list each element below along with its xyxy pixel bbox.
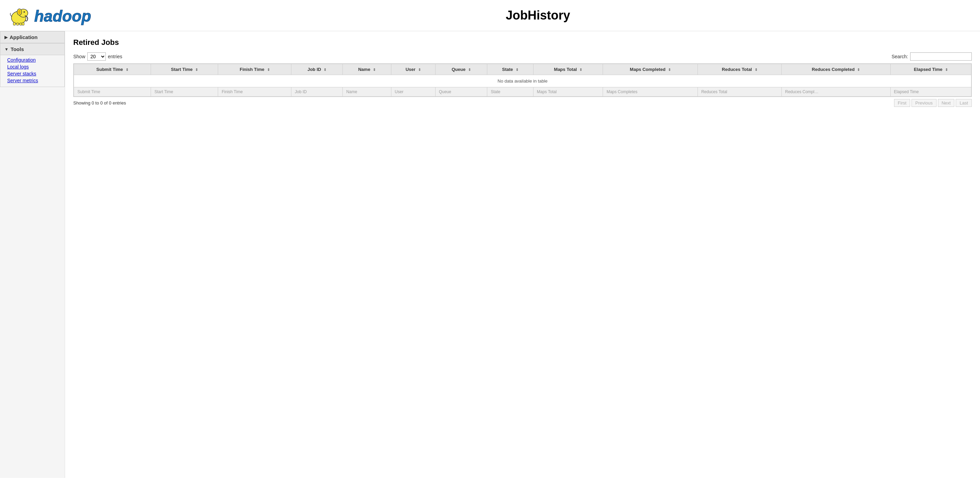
footer-col-reduces-total: Reduces Total bbox=[697, 88, 781, 97]
footer-col-user: User bbox=[391, 88, 435, 97]
search-label: Search: bbox=[892, 54, 908, 59]
application-arrow: ▶ bbox=[5, 35, 8, 40]
hadoop-text-logo: hadoop bbox=[34, 5, 103, 26]
show-label: Show bbox=[73, 54, 85, 59]
footer-col-state: State bbox=[487, 88, 533, 97]
svg-rect-6 bbox=[16, 23, 19, 25]
footer-col-finish-time: Finish Time bbox=[218, 88, 291, 97]
page-title: JobHistory bbox=[103, 8, 973, 22]
sidebar-tools-header[interactable]: ▼ Tools bbox=[0, 43, 65, 55]
col-maps-total[interactable]: Maps Total ⇕ bbox=[533, 64, 603, 75]
col-queue[interactable]: Queue ⇕ bbox=[435, 64, 487, 75]
footer-col-queue: Queue bbox=[435, 88, 487, 97]
pagination-last[interactable]: Last bbox=[956, 99, 972, 107]
footer-col-job-id: Job ID bbox=[291, 88, 343, 97]
col-submit-time[interactable]: Submit Time ⇕ bbox=[74, 64, 151, 75]
page-header: hadoop JobHistory bbox=[0, 0, 980, 31]
sidebar-links: Configuration Local logs Server stacks S… bbox=[0, 55, 65, 87]
pagination-first[interactable]: First bbox=[894, 99, 910, 107]
sidebar-link-local-logs[interactable]: Local logs bbox=[7, 64, 60, 70]
footer-col-elapsed-time: Elapsed Time bbox=[890, 88, 971, 97]
svg-point-2 bbox=[24, 11, 25, 13]
sidebar-link-server-metrics[interactable]: Server metrics bbox=[7, 77, 60, 84]
content-area: Retired Jobs Show 10 20 50 100 entries S… bbox=[65, 31, 980, 478]
footer-col-maps-completed: Maps Completes bbox=[603, 88, 698, 97]
tools-arrow: ▼ bbox=[5, 47, 9, 52]
jobs-table: Submit Time ⇕ Start Time ⇕ Finish Time ⇕… bbox=[74, 64, 971, 97]
logo-area: hadoop bbox=[7, 3, 103, 27]
footer-col-reduces-completed: Reduces Compl… bbox=[781, 88, 890, 97]
entries-label: entries bbox=[108, 54, 122, 59]
footer-col-name: Name bbox=[343, 88, 391, 97]
svg-rect-8 bbox=[22, 22, 24, 25]
section-title: Retired Jobs bbox=[73, 38, 972, 47]
sidebar-link-server-stacks[interactable]: Server stacks bbox=[7, 70, 60, 77]
table-header-row: Submit Time ⇕ Start Time ⇕ Finish Time ⇕… bbox=[74, 64, 971, 75]
data-table-wrapper: Submit Time ⇕ Start Time ⇕ Finish Time ⇕… bbox=[73, 64, 972, 97]
col-finish-time[interactable]: Finish Time ⇕ bbox=[218, 64, 291, 75]
footer-col-submit-time: Submit Time bbox=[74, 88, 151, 97]
col-start-time[interactable]: Start Time ⇕ bbox=[151, 64, 218, 75]
col-maps-completed[interactable]: Maps Completed ⇕ bbox=[603, 64, 698, 75]
col-reduces-completed[interactable]: Reduces Completed ⇕ bbox=[781, 64, 890, 75]
show-entries: Show 10 20 50 100 entries bbox=[73, 53, 122, 61]
col-reduces-total[interactable]: Reduces Total ⇕ bbox=[697, 64, 781, 75]
col-job-id[interactable]: Job ID ⇕ bbox=[291, 64, 343, 75]
main-layout: ▶ Application ▼ Tools Configuration Loca… bbox=[0, 31, 980, 478]
footer-col-start-time: Start Time bbox=[151, 88, 218, 97]
no-data-row: No data available in table bbox=[74, 75, 971, 88]
col-name[interactable]: Name ⇕ bbox=[343, 64, 391, 75]
table-footer-columns-row: Submit Time Start Time Finish Time Job I… bbox=[74, 88, 971, 97]
svg-point-4 bbox=[18, 10, 21, 14]
svg-rect-5 bbox=[13, 22, 16, 25]
page-title-area: JobHistory bbox=[103, 8, 973, 22]
footer-col-maps-total: Maps Total bbox=[533, 88, 603, 97]
col-state[interactable]: State ⇕ bbox=[487, 64, 533, 75]
table-controls-top: Show 10 20 50 100 entries Search: bbox=[73, 53, 972, 61]
svg-text:hadoop: hadoop bbox=[34, 7, 91, 25]
pagination-previous[interactable]: Previous bbox=[912, 99, 937, 107]
svg-rect-7 bbox=[19, 23, 22, 25]
search-input[interactable] bbox=[910, 53, 972, 61]
application-label: Application bbox=[10, 34, 38, 40]
showing-info: Showing 0 to 0 of 0 entries bbox=[73, 100, 126, 105]
search-area: Search: bbox=[892, 53, 972, 61]
col-user[interactable]: User ⇕ bbox=[391, 64, 435, 75]
entries-select[interactable]: 10 20 50 100 bbox=[88, 53, 106, 61]
sidebar-link-configuration[interactable]: Configuration bbox=[7, 57, 60, 64]
sidebar: ▶ Application ▼ Tools Configuration Loca… bbox=[0, 31, 65, 478]
no-data-message: No data available in table bbox=[74, 75, 971, 88]
pagination-buttons: First Previous Next Last bbox=[894, 99, 972, 107]
table-footer: Showing 0 to 0 of 0 entries First Previo… bbox=[73, 99, 972, 107]
sidebar-application-header[interactable]: ▶ Application bbox=[0, 31, 65, 43]
hadoop-logo bbox=[7, 3, 34, 27]
pagination-next[interactable]: Next bbox=[938, 99, 955, 107]
tools-label: Tools bbox=[11, 46, 24, 52]
col-elapsed-time[interactable]: Elapsed Time ⇕ bbox=[890, 64, 971, 75]
